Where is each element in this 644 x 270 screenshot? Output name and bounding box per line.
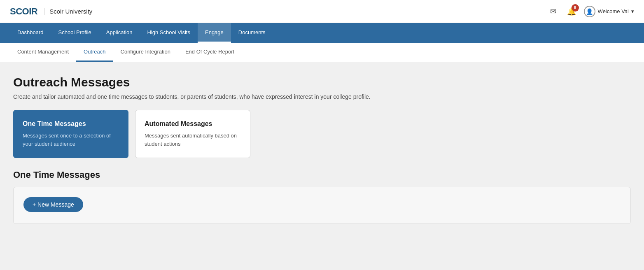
scoir-logo: SCOIR [10,6,37,17]
secondary-nav: Content Management Outreach Configure In… [0,43,644,62]
messages-icon[interactable]: ✉ [548,6,559,17]
header-right: ✉ 🔔 8 👤 Welcome Val ▾ [548,6,634,17]
message-type-cards: One Time Messages Messages sent once to … [13,110,631,158]
primary-nav: Dashboard School Profile Application Hig… [0,23,644,43]
nav-item-application[interactable]: Application [99,23,140,43]
automated-card-title: Automated Messages [145,120,241,128]
notification-badge: 8 [572,4,579,12]
notifications-icon[interactable]: 🔔 8 [566,6,577,17]
welcome-label: Welcome Val [598,8,629,14]
main-content: Outreach Messages Create and tailor auto… [0,62,644,270]
page-subtitle: Create and tailor automated and one time… [13,93,631,100]
nav-item-school-profile[interactable]: School Profile [51,23,99,43]
automated-messages-card[interactable]: Automated Messages Messages sent automat… [135,110,250,158]
section-title: One Time Messages [13,170,631,180]
nav-item-documents[interactable]: Documents [231,23,273,43]
one-time-messages-card[interactable]: One Time Messages Messages sent once to … [13,110,128,158]
new-message-button[interactable]: + New Message [23,197,83,212]
user-avatar-icon: 👤 [584,6,595,17]
page-title: Outreach Messages [13,75,631,89]
welcome-button[interactable]: 👤 Welcome Val ▾ [584,6,634,17]
nav-item-high-school-visits[interactable]: High School Visits [140,23,198,43]
messages-panel: + New Message [13,187,631,224]
nav-item-dashboard[interactable]: Dashboard [10,23,51,43]
chevron-down-icon: ▾ [631,8,634,14]
top-header: SCOIR Scoir University ✉ 🔔 8 👤 Welcome V… [0,0,644,23]
nav-item-engage[interactable]: Engage [198,23,231,43]
automated-card-desc: Messages sent automatically based on stu… [145,132,241,148]
logo-area: SCOIR Scoir University [10,6,92,17]
tab-configure-integration[interactable]: Configure Integration [113,43,178,62]
university-name: Scoir University [44,8,92,15]
tab-content-management[interactable]: Content Management [10,43,76,62]
tab-outreach[interactable]: Outreach [76,43,113,62]
one-time-card-desc: Messages sent once to a selection of you… [23,132,119,148]
tab-end-of-cycle-report[interactable]: End Of Cycle Report [178,43,242,62]
one-time-card-title: One Time Messages [23,120,119,128]
